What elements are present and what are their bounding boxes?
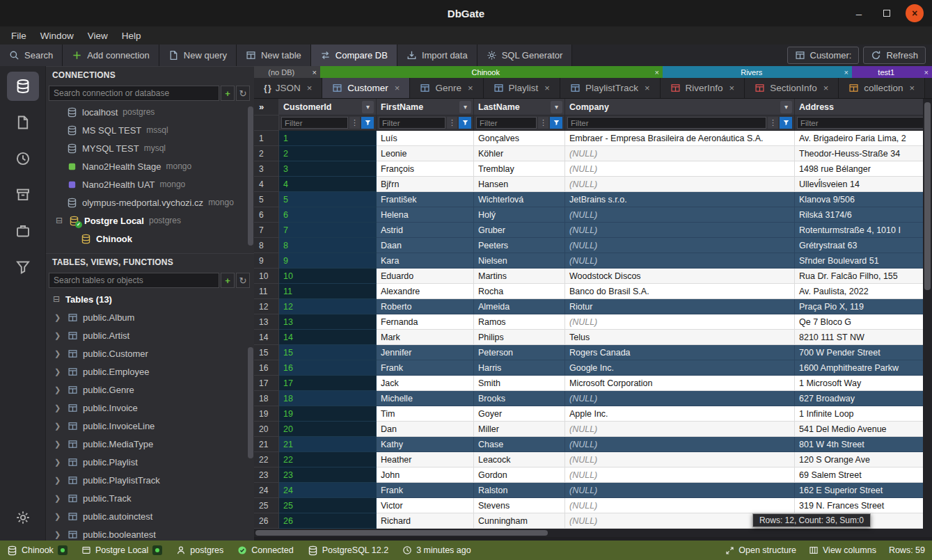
grid-cell-customerid[interactable]: 24 bbox=[279, 483, 377, 498]
table-public-playlisttrack[interactable]: ❯public.PlaylistTrack bbox=[46, 471, 254, 489]
tab-close-icon[interactable]: × bbox=[822, 83, 829, 93]
chevron-right-icon[interactable]: ❯ bbox=[54, 440, 63, 449]
chevron-right-icon[interactable]: ❯ bbox=[54, 458, 63, 467]
toolbar-add-connection-button[interactable]: Add connection bbox=[63, 45, 159, 66]
refresh-connections-button[interactable]: ↻ bbox=[236, 86, 250, 101]
grid-cell-company[interactable]: (NULL) bbox=[565, 146, 795, 161]
grid-cell-customerid[interactable]: 9 bbox=[279, 253, 377, 269]
grid-horizontal-scrollbar-thumb[interactable] bbox=[255, 530, 548, 536]
minimize-button[interactable]: – bbox=[850, 4, 868, 22]
column-menu-chevron-icon[interactable]: ▾ bbox=[459, 101, 471, 113]
grid-cell-firstname[interactable]: Mark bbox=[377, 330, 474, 345]
grid-cell-address[interactable]: Rilská 3174/6 bbox=[795, 207, 932, 223]
grid-cell-lastname[interactable]: Cunningham bbox=[474, 513, 565, 529]
chevron-right-icon[interactable]: ❯ bbox=[54, 494, 63, 503]
grid-cell-company[interactable]: (NULL) bbox=[565, 238, 795, 253]
tab-group-chinook[interactable]: Chinook× bbox=[320, 66, 663, 78]
grid-corner-expand[interactable]: » bbox=[254, 99, 279, 115]
row-number-cell[interactable]: 20 bbox=[254, 422, 279, 437]
column-header-address[interactable]: Address bbox=[795, 99, 932, 115]
grid-cell-company[interactable]: (NULL) bbox=[565, 437, 795, 452]
toolbar-customer-button[interactable]: Customer: bbox=[787, 47, 860, 64]
grid-cell-address[interactable]: 1 Infinite Loop bbox=[795, 406, 932, 422]
grid-cell-company[interactable]: (NULL) bbox=[565, 422, 795, 437]
grid-cell-lastname[interactable]: Gonçalves bbox=[474, 131, 565, 146]
tab-close-icon[interactable]: × bbox=[728, 83, 735, 93]
grid-cell-customerid[interactable]: 22 bbox=[279, 452, 377, 467]
grid-cell-customerid[interactable]: 23 bbox=[279, 467, 377, 483]
row-number-cell[interactable]: 14 bbox=[254, 330, 279, 345]
grid-cell-company[interactable]: Embraer - Empresa Brasileira de Aeronáut… bbox=[565, 131, 795, 146]
grid-cell-company[interactable]: (NULL) bbox=[565, 483, 795, 498]
rail-history-button[interactable] bbox=[7, 144, 39, 173]
row-number-cell[interactable]: 15 bbox=[254, 345, 279, 360]
grid-cell-firstname[interactable]: Jennifer bbox=[377, 345, 474, 360]
filter-input-firstname[interactable] bbox=[379, 117, 445, 129]
grid-cell-company[interactable]: Rogers Canada bbox=[565, 345, 795, 360]
tab-close-icon[interactable]: × bbox=[306, 83, 313, 93]
grid-cell-lastname[interactable]: Ramos bbox=[474, 314, 565, 330]
grid-cell-address[interactable]: 700 W Pender Street bbox=[795, 345, 932, 360]
table-public-artist[interactable]: ❯public.Artist bbox=[46, 326, 254, 344]
row-number-cell[interactable]: 11 bbox=[254, 284, 279, 299]
tab-group-close-icon[interactable]: × bbox=[841, 68, 852, 77]
grid-cell-lastname[interactable]: Chase bbox=[474, 437, 565, 452]
grid-cell-company[interactable]: (NULL) bbox=[565, 161, 795, 177]
grid-cell-lastname[interactable]: Miller bbox=[474, 422, 565, 437]
toolbar-import-data-button[interactable]: Import data bbox=[397, 45, 477, 66]
grid-cell-firstname[interactable]: Eduardo bbox=[377, 269, 474, 284]
row-number-cell[interactable]: 18 bbox=[254, 391, 279, 406]
grid-cell-lastname[interactable]: Leacock bbox=[474, 452, 565, 467]
tab-group-close-icon[interactable]: × bbox=[921, 68, 932, 77]
row-number-cell[interactable]: 16 bbox=[254, 360, 279, 376]
toolbar-search-button[interactable]: Search bbox=[0, 45, 63, 66]
grid-cell-company[interactable]: Microsoft Corporation bbox=[565, 376, 795, 391]
chevron-right-icon[interactable]: ❯ bbox=[54, 385, 63, 394]
column-menu-chevron-icon[interactable]: ▾ bbox=[362, 101, 374, 113]
grid-cell-lastname[interactable]: Smith bbox=[474, 376, 565, 391]
table-public-genre[interactable]: ❯public.Genre bbox=[46, 381, 254, 399]
connection-search-input[interactable] bbox=[49, 86, 219, 101]
grid-cell-firstname[interactable]: František bbox=[377, 192, 474, 207]
grid-cell-customerid[interactable]: 13 bbox=[279, 314, 377, 330]
grid-cell-firstname[interactable]: Alexandre bbox=[377, 284, 474, 299]
tab-close-icon[interactable]: × bbox=[393, 83, 400, 93]
grid-cell-lastname[interactable]: Tremblay bbox=[474, 161, 565, 177]
grid-cell-firstname[interactable]: Leonie bbox=[377, 146, 474, 161]
tab-playlisttrack[interactable]: PlaylistTrack× bbox=[560, 78, 661, 98]
chevron-right-icon[interactable]: ❯ bbox=[54, 403, 63, 413]
tab-customer[interactable]: Customer× bbox=[322, 78, 410, 98]
grid-cell-customerid[interactable]: 1 bbox=[279, 131, 377, 146]
tables-scrollbar-thumb[interactable] bbox=[248, 347, 253, 458]
grid-cell-lastname[interactable]: Brooks bbox=[474, 391, 565, 406]
chevron-right-icon[interactable]: ❯ bbox=[54, 530, 63, 539]
grid-cell-lastname[interactable]: Nielsen bbox=[474, 253, 565, 269]
filter-input-company[interactable] bbox=[567, 117, 766, 129]
maximize-button[interactable] bbox=[878, 4, 896, 22]
toolbar-compare-db-button[interactable]: Compare DB bbox=[311, 45, 397, 66]
grid-cell-firstname[interactable]: Tim bbox=[377, 406, 474, 422]
grid-cell-firstname[interactable]: Michelle bbox=[377, 391, 474, 406]
connection-nano2health-uat[interactable]: Nano2Health UATmongo bbox=[46, 175, 254, 193]
grid-vertical-scrollbar[interactable] bbox=[923, 99, 932, 537]
grid-cell-address[interactable]: 1600 Amphitheatre Parkw bbox=[795, 360, 932, 376]
row-number-cell[interactable]: 5 bbox=[254, 192, 279, 207]
row-number-cell[interactable]: 12 bbox=[254, 299, 279, 314]
grid-cell-lastname[interactable]: Almeida bbox=[474, 299, 565, 314]
grid-cell-customerid[interactable]: 5 bbox=[279, 192, 377, 207]
grid-cell-firstname[interactable]: John bbox=[377, 467, 474, 483]
grid-cell-lastname[interactable]: Wichterlová bbox=[474, 192, 565, 207]
row-number-cell[interactable]: 10 bbox=[254, 269, 279, 284]
tab-riverinfo[interactable]: RiverInfo× bbox=[661, 78, 745, 98]
grid-cell-customerid[interactable]: 7 bbox=[279, 223, 377, 238]
toolbar-refresh-button[interactable]: Refresh bbox=[863, 47, 926, 64]
grid-cell-firstname[interactable]: Helena bbox=[377, 207, 474, 223]
row-number-cell[interactable]: 1 bbox=[254, 131, 279, 146]
grid-cell-customerid[interactable]: 3 bbox=[279, 161, 377, 177]
filter-input-customerid[interactable] bbox=[281, 117, 348, 129]
row-number-cell[interactable]: 23 bbox=[254, 467, 279, 483]
chevron-right-icon[interactable]: ❯ bbox=[54, 349, 63, 358]
grid-cell-address[interactable]: 120 S Orange Ave bbox=[795, 452, 932, 467]
grid-cell-address[interactable]: Av. Brigadeiro Faria Lima, 2 bbox=[795, 131, 932, 146]
column-menu-chevron-icon[interactable]: ▾ bbox=[551, 101, 562, 113]
